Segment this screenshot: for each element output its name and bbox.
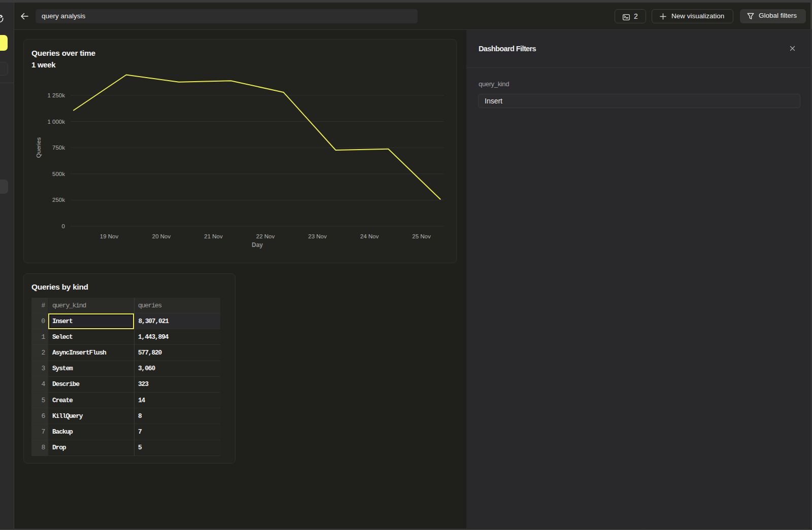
svg-text:23 Nov: 23 Nov xyxy=(308,233,327,239)
svg-text:1 250k: 1 250k xyxy=(47,92,65,98)
svg-text:Day: Day xyxy=(252,241,263,249)
svg-text:24 Nov: 24 Nov xyxy=(360,233,379,239)
svg-text:250k: 250k xyxy=(52,197,65,203)
svg-text:22 Nov: 22 Nov xyxy=(256,233,275,239)
svg-text:750k: 750k xyxy=(52,145,65,151)
svg-text:21 Nov: 21 Nov xyxy=(204,233,223,239)
svg-text:500k: 500k xyxy=(52,171,65,177)
svg-text:1 000k: 1 000k xyxy=(47,119,65,125)
svg-text:19 Nov: 19 Nov xyxy=(100,233,119,239)
svg-text:Queries: Queries xyxy=(36,137,42,158)
svg-text:0: 0 xyxy=(62,223,65,229)
svg-text:25 Nov: 25 Nov xyxy=(412,233,431,239)
svg-text:20 Nov: 20 Nov xyxy=(152,233,171,239)
